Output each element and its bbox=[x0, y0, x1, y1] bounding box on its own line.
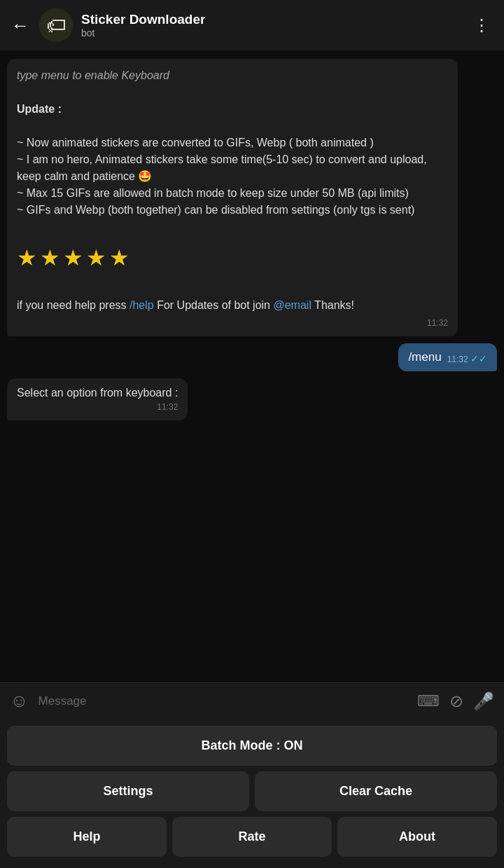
message-text: type menu to enable Keyboard Update : ~ … bbox=[17, 67, 448, 314]
clear-cache-button[interactable]: Clear Cache bbox=[255, 771, 497, 811]
mic-button[interactable]: 🎤 bbox=[473, 691, 494, 711]
more-options-button[interactable]: ⋮ bbox=[470, 15, 493, 35]
keyboard-row-2: Settings Clear Cache bbox=[7, 771, 497, 811]
chat-title: Sticker Downloader bbox=[81, 12, 470, 27]
line4: ~ GIFs and Webp (both together) can be d… bbox=[17, 204, 414, 216]
sent-timestamp: 11:32 ✓✓ bbox=[447, 353, 487, 364]
settings-button[interactable]: Settings bbox=[7, 771, 249, 811]
sent-message: /menu 11:32 ✓✓ bbox=[398, 343, 497, 371]
system-text: Select an option from keyboard : bbox=[17, 387, 178, 399]
keyboard-icon[interactable]: ⌨ bbox=[417, 692, 440, 710]
system-timestamp: 11:32 bbox=[17, 402, 178, 412]
line1: ~ Now animated stickers are converted to… bbox=[17, 137, 374, 149]
update-label: Update : bbox=[17, 103, 62, 115]
emoji-button[interactable]: ☺ bbox=[10, 690, 29, 712]
received-message-main: type menu to enable Keyboard Update : ~ … bbox=[7, 59, 458, 336]
keyboard-row-1: Batch Mode : ON bbox=[7, 726, 497, 766]
header-info: Sticker Downloader bot bbox=[81, 12, 470, 39]
chat-area: type menu to enable Keyboard Update : ~ … bbox=[0, 50, 504, 682]
chat-subtitle: bot bbox=[81, 27, 470, 39]
chat-header: ← 🏷 Sticker Downloader bot ⋮ bbox=[0, 0, 504, 50]
back-button[interactable]: ← bbox=[11, 15, 29, 36]
rate-button[interactable]: Rate bbox=[172, 817, 332, 857]
sent-text: /menu bbox=[408, 350, 441, 364]
stars: ★★★★★ bbox=[17, 241, 448, 275]
cut-top-text: type menu to enable Keyboard bbox=[17, 69, 169, 81]
keyboard-row-3: Help Rate About bbox=[7, 817, 497, 857]
avatar: 🏷 bbox=[39, 8, 73, 42]
line3: ~ Max 15 GIFs are allowed in batch mode … bbox=[17, 187, 409, 199]
help-text-middle: For Updates of bot join bbox=[154, 299, 274, 311]
help-link[interactable]: /help bbox=[130, 299, 154, 311]
help-button[interactable]: Help bbox=[7, 817, 167, 857]
email-link[interactable]: @email bbox=[273, 299, 311, 311]
system-message: Select an option from keyboard : 11:32 bbox=[7, 378, 188, 420]
bot-keyboard: Batch Mode : ON Settings Clear Cache Hel… bbox=[0, 719, 504, 868]
line2: ~ I am no hero, Animated stickers take s… bbox=[17, 153, 427, 182]
batch-mode-button[interactable]: Batch Mode : ON bbox=[7, 726, 497, 766]
received-timestamp: 11:32 bbox=[17, 318, 448, 328]
message-input-row: ☺ ⌨ ⊘ 🎤 bbox=[0, 682, 504, 719]
about-button[interactable]: About bbox=[337, 817, 497, 857]
message-input[interactable] bbox=[38, 694, 407, 708]
read-ticks: ✓✓ bbox=[470, 353, 487, 364]
help-text-after: Thanks! bbox=[312, 299, 354, 311]
help-text-before: if you need help press bbox=[17, 299, 130, 311]
attach-button[interactable]: ⊘ bbox=[449, 691, 463, 711]
